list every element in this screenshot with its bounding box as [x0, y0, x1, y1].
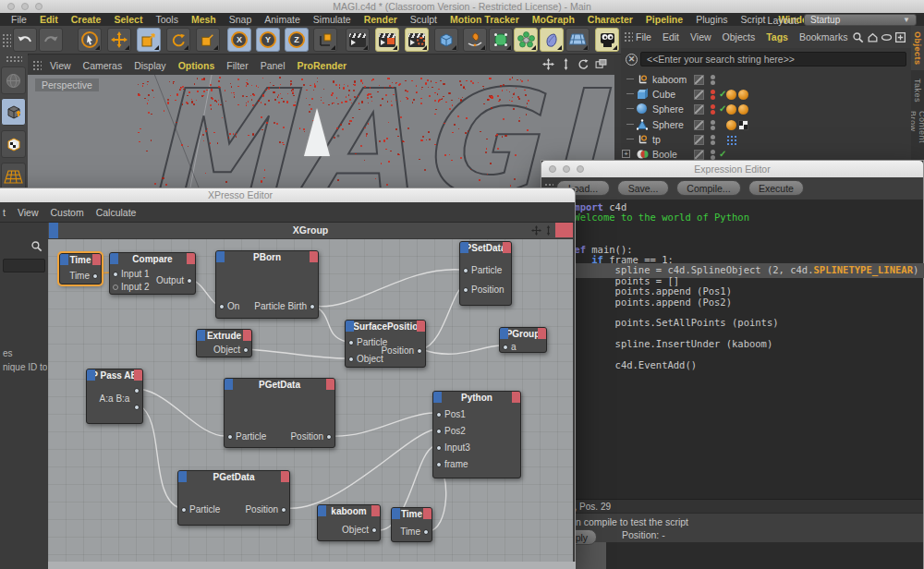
pan-view-icon[interactable]: [542, 58, 554, 70]
object-name[interactable]: Cube: [652, 89, 675, 100]
port-output[interactable]: Output: [156, 274, 192, 286]
viewport-grip[interactable]: [32, 60, 42, 71]
tab-content-browser[interactable]: Content Brow: [911, 111, 924, 160]
camera-label[interactable]: Perspective: [35, 79, 99, 91]
coordinate-system-button[interactable]: [313, 28, 337, 52]
menu-animate[interactable]: Animate: [264, 14, 300, 25]
xp-menu-view[interactable]: View: [18, 207, 39, 218]
rotate-tool-button[interactable]: [166, 28, 190, 52]
material-tag-icon[interactable]: [726, 104, 736, 115]
deformer-button[interactable]: [540, 28, 564, 52]
search-icon[interactable]: [852, 31, 864, 43]
port-output[interactable]: Time: [69, 270, 98, 282]
vp-menu-options[interactable]: Options: [178, 60, 215, 71]
om-menu-edit[interactable]: Edit: [663, 31, 679, 42]
menu-mesh[interactable]: Mesh: [191, 14, 216, 25]
object-name[interactable]: kaboom: [652, 74, 687, 85]
clear-search-icon[interactable]: ✕: [626, 54, 638, 66]
port-output[interactable]: [131, 384, 140, 396]
port-input[interactable]: Pos2: [436, 425, 466, 437]
om-menu-objects[interactable]: Objects: [723, 31, 756, 42]
texture-tag-icon[interactable]: [738, 120, 748, 130]
menu-simulate[interactable]: Simulate: [313, 14, 351, 25]
render-visibility-dot[interactable]: [711, 95, 715, 100]
vp-menu-filter[interactable]: Filter: [226, 60, 248, 71]
xpresso-bottom-edge[interactable]: [48, 562, 576, 569]
mograph-cloner-button[interactable]: [514, 28, 538, 52]
move-tool-button[interactable]: [107, 28, 131, 52]
render-view-button[interactable]: [346, 28, 370, 52]
menu-render[interactable]: Render: [364, 14, 397, 25]
object-row-sphere[interactable]: Sphere ✓: [621, 102, 911, 116]
editor-visibility-dot[interactable]: [711, 104, 715, 109]
port-input[interactable]: Input 2: [113, 281, 150, 293]
port-input[interactable]: a: [503, 341, 517, 353]
object-row-sphere2[interactable]: Sphere: [621, 117, 911, 132]
menu-file[interactable]: File: [11, 14, 27, 25]
search-icon[interactable]: [30, 240, 43, 252]
menu-motion-tracker[interactable]: Motion Tracker: [450, 14, 519, 25]
xpresso-node-pgetdata-1[interactable]: PGetData Particle Position: [224, 378, 335, 448]
object-row-tp[interactable]: tp: [621, 132, 911, 147]
camera-character-button[interactable]: [595, 28, 619, 52]
menu-plugins[interactable]: Plugins: [696, 14, 727, 25]
render-visibility-dot[interactable]: [711, 126, 715, 130]
particles-tag-icon[interactable]: [726, 135, 736, 145]
menu-tools[interactable]: Tools: [155, 14, 178, 25]
xpresso-node-extrude[interactable]: Extrude Object: [196, 329, 252, 357]
port-output[interactable]: Object: [213, 344, 249, 356]
scale-tool-button[interactable]: [137, 28, 161, 52]
xpresso-node-pgroup[interactable]: PGroup a: [499, 327, 547, 353]
render-visibility-dot[interactable]: [711, 110, 715, 115]
vp-menu-panel[interactable]: Panel: [261, 60, 286, 71]
layer-swatch[interactable]: [694, 120, 704, 130]
menu-edit[interactable]: Edit: [40, 14, 58, 25]
vp-menu-cameras[interactable]: Cameras: [83, 60, 123, 71]
port-input[interactable]: Position: [463, 284, 505, 296]
om-grip[interactable]: [624, 31, 633, 42]
render-visibility-dot[interactable]: [711, 80, 715, 85]
lock-x-button[interactable]: X: [227, 28, 251, 52]
editor-visibility-dot[interactable]: [711, 120, 715, 125]
workplane-mode-button[interactable]: [1, 163, 26, 190]
new-panel-icon[interactable]: [894, 31, 906, 43]
toggle-view-icon[interactable]: [595, 58, 607, 70]
move-group-icon[interactable]: [531, 225, 541, 236]
close-icon[interactable]: [549, 165, 556, 173]
texture-mode-button[interactable]: [1, 130, 26, 158]
toolbar-grip[interactable]: [2, 33, 11, 48]
xpresso-node-p-pass-ab[interactable]: P Pass AB A:a B:a: [86, 369, 143, 424]
add-cube-button[interactable]: [434, 28, 458, 52]
code-area[interactable]: import c4d#Welcome to the world of Pytho…: [568, 202, 919, 370]
xp-menu-custom[interactable]: Custom: [51, 207, 84, 218]
window-controls[interactable]: [7, 3, 43, 10]
vp-menu-prorender[interactable]: ProRender: [298, 60, 347, 71]
minimize-icon[interactable]: [563, 165, 570, 173]
compile-button[interactable]: Compile...: [676, 180, 741, 196]
port-input[interactable]: Particle: [227, 430, 266, 442]
port-input[interactable]: Particle: [463, 264, 502, 276]
window-controls[interactable]: [549, 165, 584, 173]
subdivision-surface-button[interactable]: [489, 28, 513, 52]
floor-button[interactable]: [565, 28, 590, 52]
port-output[interactable]: Time: [400, 526, 429, 538]
palette-grip[interactable]: [6, 55, 22, 64]
xgroup-header[interactable]: XGroup: [48, 223, 573, 239]
editor-visibility-dot[interactable]: [711, 75, 715, 79]
enabled-check-icon[interactable]: ✓: [719, 149, 726, 159]
material-tag-icon[interactable]: [738, 104, 748, 115]
menu-script[interactable]: Script: [741, 14, 766, 25]
port-input[interactable]: frame: [436, 458, 468, 470]
search-input[interactable]: [640, 52, 906, 67]
editor-visibility-dot[interactable]: [711, 90, 715, 94]
render-picture-viewer-button[interactable]: [375, 28, 399, 52]
om-menu-bookmarks[interactable]: Bookmarks: [799, 31, 848, 42]
material-tag-icon[interactable]: [726, 120, 736, 130]
port-input[interactable]: On: [219, 300, 239, 312]
object-name[interactable]: Boole: [652, 149, 677, 160]
xp-menu-calculate[interactable]: Calculate: [96, 207, 137, 218]
xpresso-node-python[interactable]: Python Pos1 Pos2 Input3 frame: [432, 391, 521, 478]
zoom-icon[interactable]: [577, 165, 584, 173]
editor-visibility-dot[interactable]: [711, 135, 715, 139]
port-input[interactable]: Input3: [436, 442, 470, 454]
